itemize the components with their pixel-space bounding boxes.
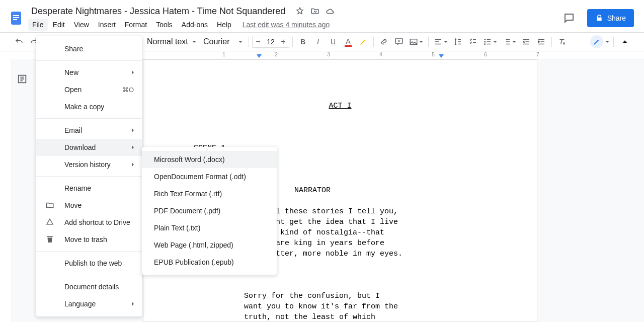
file-move-to-trash[interactable]: Move to trash bbox=[36, 231, 142, 248]
download-txt[interactable]: Plain Text (.txt) bbox=[142, 219, 277, 236]
download-submenu: Microsoft Word (.docx) OpenDocument Form… bbox=[142, 147, 277, 275]
insert-comment-button[interactable] bbox=[392, 35, 406, 49]
menu-insert[interactable]: Insert bbox=[94, 19, 120, 31]
text-act: ACT I bbox=[194, 101, 487, 111]
trash-icon bbox=[45, 235, 54, 244]
clear-formatting-button[interactable] bbox=[555, 35, 569, 49]
ruler-mark: 4 bbox=[379, 52, 382, 57]
ruler-mark: 5 bbox=[432, 52, 435, 57]
font-family-dropdown[interactable]: Courier bbox=[200, 35, 246, 49]
star-icon[interactable] bbox=[295, 7, 304, 16]
font-size-increase[interactable]: + bbox=[278, 37, 289, 46]
docs-logo[interactable] bbox=[6, 8, 26, 28]
drive-shortcut-icon bbox=[45, 218, 54, 227]
font-size-decrease[interactable]: − bbox=[253, 37, 264, 46]
cloud-icon[interactable] bbox=[326, 7, 335, 16]
ruler-mark: 1 bbox=[222, 52, 225, 57]
svg-rect-3 bbox=[13, 19, 17, 20]
text-para2: Sorry for the confusion, but I want you … bbox=[194, 291, 487, 322]
svg-marker-10 bbox=[439, 54, 444, 58]
editing-mode-dropdown[interactable] bbox=[605, 41, 609, 43]
undo-button[interactable] bbox=[12, 35, 26, 49]
align-button[interactable] bbox=[432, 35, 450, 49]
font-size-value[interactable]: 12 bbox=[264, 38, 278, 46]
insert-image-button[interactable] bbox=[407, 35, 425, 49]
download-docx[interactable]: Microsoft Word (.docx) bbox=[142, 151, 277, 168]
download-rtf[interactable]: Rich Text Format (.rtf) bbox=[142, 185, 277, 202]
file-rename[interactable]: Rename bbox=[36, 180, 142, 197]
file-add-shortcut[interactable]: Add shortcut to Drive bbox=[36, 214, 142, 231]
menu-view[interactable]: View bbox=[70, 19, 93, 31]
menu-edit[interactable]: Edit bbox=[49, 19, 69, 31]
font-family-label: Courier bbox=[203, 37, 229, 46]
share-button[interactable]: Share bbox=[587, 9, 634, 27]
svg-point-7 bbox=[485, 41, 486, 42]
highlight-button[interactable] bbox=[356, 35, 370, 49]
file-make-copy[interactable]: Make a copy bbox=[36, 98, 142, 115]
menu-tools[interactable]: Tools bbox=[152, 19, 177, 31]
lock-icon bbox=[595, 14, 603, 22]
download-html[interactable]: Web Page (.html, zipped) bbox=[142, 236, 277, 254]
indent-left-marker[interactable] bbox=[257, 54, 262, 59]
ruler-mark: 7 bbox=[536, 52, 539, 57]
ruler-mark: 2 bbox=[275, 52, 278, 57]
menu-bar: File Edit View Insert Format Tools Add-o… bbox=[28, 18, 559, 32]
insert-link-button[interactable] bbox=[377, 35, 391, 49]
menu-file[interactable]: File bbox=[28, 19, 48, 31]
bold-button[interactable]: B bbox=[296, 35, 310, 49]
hide-menus-button[interactable] bbox=[618, 35, 632, 49]
file-new[interactable]: New bbox=[36, 64, 142, 81]
paragraph-style-label: Normal text bbox=[147, 37, 188, 46]
comments-button[interactable] bbox=[559, 8, 579, 28]
last-edit[interactable]: Last edit was 4 minutes ago bbox=[243, 21, 330, 29]
paragraph-style-dropdown[interactable]: Normal text bbox=[144, 35, 199, 49]
line-spacing-button[interactable] bbox=[451, 35, 465, 49]
file-open[interactable]: Open⌘O bbox=[36, 81, 142, 98]
indent-increase-button[interactable] bbox=[534, 35, 548, 49]
svg-point-6 bbox=[485, 39, 486, 40]
file-publish[interactable]: Publish to the web bbox=[36, 255, 142, 272]
bulleted-list-button[interactable] bbox=[481, 35, 499, 49]
file-move[interactable]: Move bbox=[36, 197, 142, 214]
editing-mode-button[interactable] bbox=[590, 35, 603, 48]
file-menu: Share New Open⌘O Make a copy Email Downl… bbox=[36, 36, 142, 316]
indent-decrease-button[interactable] bbox=[519, 35, 533, 49]
ruler-mark: 3 bbox=[327, 52, 330, 57]
download-epub[interactable]: EPUB Publication (.epub) bbox=[142, 254, 277, 271]
share-label: Share bbox=[607, 14, 626, 22]
text-color-button[interactable]: A bbox=[341, 35, 355, 49]
move-icon[interactable] bbox=[310, 7, 319, 16]
doc-title[interactable]: Desperate Nightmares - Jessica Hatem - T… bbox=[28, 5, 288, 18]
outline-toggle[interactable] bbox=[17, 73, 28, 322]
folder-icon bbox=[45, 201, 54, 210]
italic-button[interactable]: I bbox=[311, 35, 325, 49]
file-share[interactable]: Share bbox=[36, 40, 142, 57]
file-download[interactable]: Download bbox=[36, 139, 142, 156]
file-email[interactable]: Email bbox=[36, 122, 142, 139]
menu-addons[interactable]: Add-ons bbox=[178, 19, 212, 31]
menu-format[interactable]: Format bbox=[121, 19, 151, 31]
numbered-list-button[interactable] bbox=[500, 35, 518, 49]
download-odt[interactable]: OpenDocument Format (.odt) bbox=[142, 168, 277, 185]
svg-rect-1 bbox=[13, 15, 19, 16]
download-pdf[interactable]: PDF Document (.pdf) bbox=[142, 202, 277, 219]
file-language[interactable]: Language bbox=[36, 295, 142, 312]
menu-help[interactable]: Help bbox=[213, 19, 235, 31]
indent-right-marker[interactable] bbox=[439, 54, 444, 59]
svg-point-8 bbox=[485, 44, 486, 45]
file-version-history[interactable]: Version history bbox=[36, 156, 142, 173]
svg-rect-2 bbox=[13, 17, 19, 18]
file-details[interactable]: Document details bbox=[36, 278, 142, 295]
svg-marker-9 bbox=[257, 54, 262, 58]
vertical-ruler[interactable] bbox=[0, 59, 12, 322]
underline-button[interactable]: U bbox=[326, 35, 340, 49]
checklist-button[interactable] bbox=[466, 35, 480, 49]
ruler-mark: 6 bbox=[484, 52, 487, 57]
font-size: − 12 + bbox=[252, 36, 289, 48]
